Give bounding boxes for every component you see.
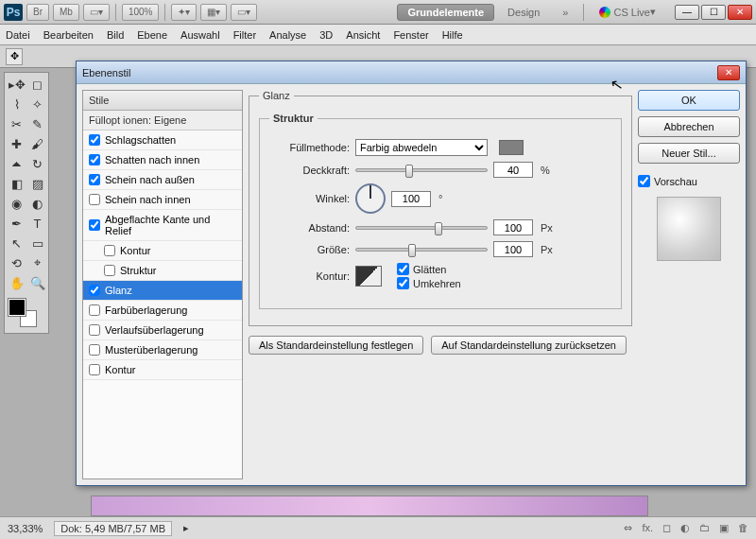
brush-tool[interactable]: 🖌 bbox=[27, 134, 47, 153]
pen-tool[interactable]: ✒ bbox=[7, 214, 26, 233]
workspace-more[interactable]: » bbox=[553, 5, 577, 20]
style-item-checkbox[interactable] bbox=[89, 174, 100, 185]
eraser-tool[interactable]: ◧ bbox=[7, 174, 26, 193]
bridge-button[interactable]: Br bbox=[26, 4, 49, 21]
trash-icon[interactable]: 🗑 bbox=[738, 522, 748, 534]
history-brush-tool[interactable]: ↻ bbox=[27, 154, 47, 173]
workspace-tab-design[interactable]: Design bbox=[498, 5, 549, 20]
dialog-titlebar[interactable]: Ebenenstil ✕ bbox=[77, 61, 746, 84]
window-close[interactable]: ✕ bbox=[728, 5, 752, 20]
fx-icon[interactable]: fx. bbox=[642, 522, 653, 534]
adjust-icon[interactable]: ◐ bbox=[680, 522, 690, 534]
make-default-button[interactable]: Als Standardeinstellung festlegen bbox=[249, 336, 423, 355]
style-item-checkbox[interactable] bbox=[89, 134, 100, 146]
dialog-close-button[interactable]: ✕ bbox=[717, 65, 740, 80]
style-item-checkbox[interactable] bbox=[89, 194, 100, 205]
gradient-tool[interactable]: ▨ bbox=[27, 174, 47, 193]
stamp-tool[interactable]: ⏶ bbox=[7, 154, 26, 173]
new-style-button[interactable]: Neuer Stil... bbox=[638, 143, 740, 164]
folder-icon[interactable]: 🗀 bbox=[699, 522, 710, 534]
status-zoom[interactable]: 33,33% bbox=[8, 523, 43, 534]
screen-mode-button[interactable]: ▭▾ bbox=[83, 4, 110, 21]
zoom-level[interactable]: 100% bbox=[122, 4, 160, 21]
angle-dial[interactable] bbox=[355, 183, 386, 214]
camera-tool[interactable]: ⌖ bbox=[27, 253, 47, 272]
3d-tool[interactable]: ⟲ bbox=[7, 253, 26, 272]
window-maximize[interactable]: ☐ bbox=[701, 5, 726, 20]
path-tool[interactable]: ↖ bbox=[7, 234, 26, 252]
blendmode-select[interactable]: Farbig abwedeln bbox=[355, 139, 488, 156]
style-item-2[interactable]: Schein nach außen bbox=[83, 170, 242, 190]
fg-color-swatch[interactable] bbox=[9, 299, 26, 316]
menu-hilfe[interactable]: Hilfe bbox=[442, 29, 463, 41]
shape-tool[interactable]: ▭ bbox=[27, 234, 47, 252]
satin-color-swatch[interactable] bbox=[499, 140, 524, 155]
reset-default-button[interactable]: Auf Standardeinstellung zurücksetzen bbox=[431, 336, 627, 355]
active-tool-icon[interactable]: ✥ bbox=[6, 48, 23, 65]
preview-checkbox[interactable]: Vorschau bbox=[638, 175, 740, 187]
style-item-10[interactable]: Musterüberlagerung bbox=[83, 340, 242, 360]
style-item-9[interactable]: Verlaufsüberlagerung bbox=[83, 321, 242, 340]
cancel-button[interactable]: Abbrechen bbox=[638, 116, 740, 137]
wand-tool[interactable]: ✧ bbox=[27, 95, 47, 113]
menu-3d[interactable]: 3D bbox=[319, 29, 333, 41]
link-icon[interactable]: ⇔ bbox=[624, 522, 632, 534]
status-doc[interactable]: Dok: 5,49 MB/7,57 MB bbox=[54, 521, 172, 536]
opacity-input[interactable] bbox=[493, 162, 533, 178]
dodge-tool[interactable]: ◐ bbox=[27, 194, 47, 213]
menu-analyse[interactable]: Analyse bbox=[269, 29, 306, 41]
arrange-button[interactable]: ▦▾ bbox=[200, 4, 227, 21]
style-item-checkbox[interactable] bbox=[89, 364, 100, 375]
eyedropper-tool[interactable]: ✎ bbox=[27, 114, 47, 133]
new-icon[interactable]: ▣ bbox=[719, 522, 729, 534]
size-slider[interactable] bbox=[355, 248, 488, 252]
hand-button[interactable]: ✦▾ bbox=[171, 4, 197, 21]
menu-ansicht[interactable]: Ansicht bbox=[346, 29, 380, 41]
cslive-button[interactable]: CS Live ▾ bbox=[590, 4, 665, 20]
style-item-checkbox[interactable] bbox=[104, 245, 115, 256]
type-tool[interactable]: T bbox=[27, 214, 47, 233]
styles-header[interactable]: Stile bbox=[83, 91, 242, 111]
menu-fenster[interactable]: Fenster bbox=[393, 29, 428, 41]
menu-bearbeiten[interactable]: Bearbeiten bbox=[43, 29, 94, 41]
size-input[interactable] bbox=[493, 241, 533, 257]
style-item-0[interactable]: Schlagschatten bbox=[83, 130, 242, 150]
style-item-checkbox[interactable] bbox=[89, 154, 100, 165]
menu-auswahl[interactable]: Auswahl bbox=[180, 29, 220, 41]
minibridge-button[interactable]: Mb bbox=[53, 4, 79, 21]
distance-slider[interactable] bbox=[355, 226, 488, 230]
blur-tool[interactable]: ◉ bbox=[7, 194, 26, 213]
zoom-tool[interactable]: 🔍 bbox=[27, 273, 47, 292]
style-item-checkbox[interactable] bbox=[89, 285, 100, 296]
angle-input[interactable] bbox=[391, 191, 431, 207]
style-item-7[interactable]: Glanz bbox=[83, 281, 242, 301]
style-item-checkbox[interactable] bbox=[89, 324, 100, 336]
window-minimize[interactable]: — bbox=[675, 5, 699, 20]
style-item-3[interactable]: Schein nach innen bbox=[83, 190, 242, 210]
ok-button[interactable]: OK bbox=[638, 90, 740, 111]
style-item-1[interactable]: Schatten nach innen bbox=[83, 150, 242, 170]
menu-filter[interactable]: Filter bbox=[233, 29, 256, 41]
menu-bild[interactable]: Bild bbox=[107, 29, 124, 41]
menu-datei[interactable]: Datei bbox=[6, 29, 30, 41]
color-swatches[interactable] bbox=[7, 297, 47, 331]
move-tool[interactable]: ▸✥ bbox=[7, 75, 26, 94]
invert-checkbox[interactable]: Umkehren bbox=[397, 277, 461, 289]
hand-tool[interactable]: ✋ bbox=[7, 273, 26, 292]
style-item-6[interactable]: Struktur bbox=[83, 261, 242, 281]
style-item-5[interactable]: Kontur bbox=[83, 241, 242, 261]
blend-options-header[interactable]: Füllopt ionen: Eigene bbox=[83, 111, 242, 130]
view-button[interactable]: ▭▾ bbox=[231, 4, 257, 21]
lasso-tool[interactable]: ⌇ bbox=[7, 95, 26, 113]
style-item-checkbox[interactable] bbox=[104, 265, 115, 276]
contour-picker[interactable] bbox=[355, 266, 382, 287]
menu-ebene[interactable]: Ebene bbox=[137, 29, 167, 41]
distance-input[interactable] bbox=[493, 219, 533, 235]
heal-tool[interactable]: ✚ bbox=[7, 134, 26, 153]
mask-icon[interactable]: ◻ bbox=[662, 522, 671, 534]
style-item-checkbox[interactable] bbox=[89, 219, 100, 231]
style-item-checkbox[interactable] bbox=[89, 304, 100, 316]
style-item-checkbox[interactable] bbox=[89, 344, 100, 356]
antialias-checkbox[interactable]: Glätten bbox=[397, 263, 461, 275]
style-item-8[interactable]: Farbüberlagerung bbox=[83, 301, 242, 321]
